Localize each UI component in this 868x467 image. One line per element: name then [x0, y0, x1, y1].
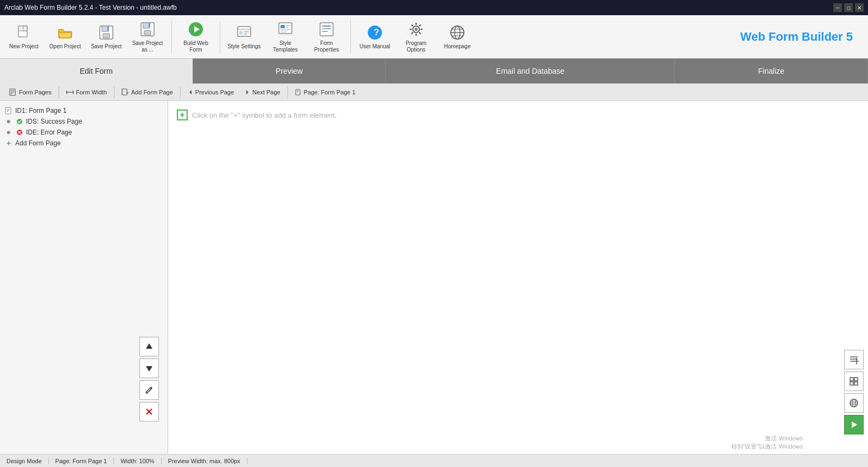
next-page-icon — [245, 89, 250, 95]
homepage-label: Homepage — [444, 43, 471, 50]
sub-toolbar: Form Pages Form Width Add Form Page Prev… — [0, 84, 868, 101]
restore-button[interactable]: □ — [844, 3, 853, 12]
list-view-button[interactable] — [844, 350, 864, 369]
move-up-button[interactable] — [139, 337, 159, 356]
form-width-label: Form Width — [76, 89, 107, 95]
sub-separator-3 — [180, 87, 181, 98]
next-page-button[interactable]: Next Page — [240, 86, 285, 99]
style-templates-label: Style Templates — [269, 40, 302, 53]
toolbar-separator-3 — [350, 21, 351, 53]
open-project-button[interactable]: Open Project — [46, 18, 85, 55]
form-properties-label: Form Properties — [310, 40, 343, 53]
tree-item-form-page-1[interactable]: ID1: Form Page 1 — [2, 105, 165, 116]
program-options-button[interactable]: Program Options — [397, 18, 436, 55]
add-form-page-tree-icon: + — [4, 139, 13, 148]
style-settings-button[interactable]: Style Settings — [225, 18, 264, 55]
svg-rect-5 — [107, 27, 108, 30]
svg-rect-16 — [244, 31, 249, 33]
add-form-page-sub-label: Add Form Page — [131, 89, 173, 95]
right-actions — [844, 350, 864, 434]
title-bar: Arclab Web Form Builder 5.2.4 - Test Ver… — [0, 0, 868, 15]
globe-button[interactable] — [844, 393, 864, 413]
svg-marker-55 — [189, 90, 192, 94]
save-project-as-icon: _ — [139, 21, 156, 38]
delete-button[interactable] — [139, 402, 159, 421]
save-project-label: Save Project — [91, 43, 122, 50]
status-preview-width: Preview Width: max. 800px — [162, 458, 247, 464]
tab-edit-form[interactable]: Edit Form — [0, 59, 193, 84]
add-form-page-sub-button[interactable]: Add Form Page — [117, 86, 178, 99]
form-properties-button[interactable]: Form Properties — [307, 18, 346, 55]
form-page-1-label: ID1: Form Page 1 — [15, 107, 67, 114]
move-down-button[interactable] — [139, 359, 159, 378]
svg-rect-8 — [144, 30, 151, 35]
style-settings-icon — [235, 24, 253, 41]
tab-preview[interactable]: Preview — [193, 59, 386, 84]
toolbar-separator-1 — [171, 21, 172, 53]
tab-email-and-database[interactable]: Email and Database — [386, 59, 675, 84]
svg-text:_: _ — [150, 33, 154, 38]
title-bar-text: Arclab Web Form Builder 5.2.4 - Test Ver… — [4, 4, 177, 11]
form-width-icon — [66, 88, 74, 96]
add-form-page-icon — [122, 88, 129, 96]
user-manual-button[interactable]: ? User Manual — [355, 18, 394, 55]
tree-item-error-page[interactable]: ⊕ IDE: Error Page — [2, 127, 165, 138]
svg-marker-67 — [146, 343, 152, 349]
error-page-icon — [15, 128, 24, 137]
program-options-icon — [407, 21, 425, 38]
style-templates-button[interactable]: Style Templates — [266, 18, 305, 55]
svg-line-37 — [419, 32, 421, 34]
close-button[interactable]: ✕ — [855, 3, 864, 12]
save-project-icon — [98, 24, 115, 41]
edit-button[interactable] — [139, 380, 159, 400]
canvas-hint-text: Click on the "+" symbol to add a form el… — [192, 111, 337, 119]
user-manual-icon: ? — [366, 24, 384, 41]
previous-page-button[interactable]: Previous Page — [183, 86, 239, 99]
globe-icon — [849, 398, 859, 408]
minimize-button[interactable]: ─ — [833, 3, 842, 12]
homepage-icon — [449, 24, 466, 41]
success-page-label: IDS: Success Page — [26, 118, 82, 125]
svg-line-38 — [419, 24, 421, 26]
form-properties-icon — [318, 21, 335, 38]
play-button[interactable] — [844, 415, 864, 434]
toolbar-separator-2 — [220, 21, 220, 53]
add-form-page-tree-label: Add Form Page — [15, 139, 61, 147]
build-web-form-button[interactable]: Build Web Form — [176, 18, 215, 55]
homepage-button[interactable]: Homepage — [438, 18, 477, 55]
svg-marker-86 — [852, 421, 857, 428]
grid-view-icon — [849, 376, 859, 386]
previous-page-label: Previous Page — [195, 89, 234, 95]
page-indicator-button[interactable]: Page: Form Page 1 — [290, 86, 360, 99]
save-project-as-button[interactable]: _ Save Project as ... — [128, 18, 167, 55]
svg-rect-17 — [244, 33, 247, 35]
new-project-button[interactable]: New Project — [4, 18, 43, 55]
up-arrow-icon — [145, 342, 154, 351]
build-web-form-icon — [187, 21, 205, 38]
style-templates-icon — [277, 21, 294, 38]
tree-item-success-page[interactable]: ⊕ IDS: Success Page — [2, 116, 165, 127]
svg-line-39 — [412, 32, 413, 34]
svg-rect-80 — [854, 382, 858, 385]
grid-view-button[interactable] — [844, 372, 864, 391]
delete-icon — [145, 407, 154, 416]
svg-rect-79 — [850, 382, 853, 385]
form-pages-button[interactable]: Form Pages — [4, 86, 56, 99]
sub-separator-4 — [288, 87, 288, 98]
error-page-label: IDE: Error Page — [26, 129, 72, 136]
user-manual-label: User Manual — [360, 43, 391, 50]
svg-rect-1 — [18, 26, 23, 31]
new-project-icon — [15, 24, 33, 41]
tree-item-add-form-page[interactable]: + Add Form Page — [2, 138, 165, 149]
list-view-icon — [849, 355, 859, 364]
add-plus-icon[interactable]: + — [177, 110, 188, 120]
tab-finalize[interactable]: Finalize — [675, 59, 868, 84]
form-width-button[interactable]: Form Width — [61, 86, 112, 99]
form-pages-label: Form Pages — [19, 89, 52, 95]
new-project-label: New Project — [9, 43, 39, 50]
svg-rect-20 — [286, 25, 290, 26]
brand-text: Web Form Builder — [741, 30, 843, 43]
save-project-button[interactable]: Save Project — [87, 18, 126, 55]
sidebar: ID1: Form Page 1 ⊕ IDS: Success Page ⊕ — [0, 101, 168, 454]
sidebar-actions — [139, 337, 159, 421]
